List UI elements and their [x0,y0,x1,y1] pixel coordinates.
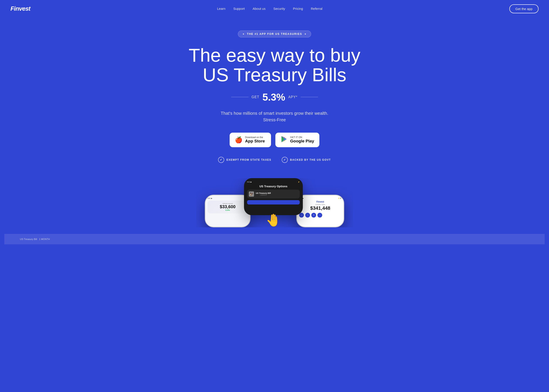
left-phone-status: 9:41 ▶ [208,197,212,199]
appstore-button[interactable]: 🍎 Download on the App Store [230,133,271,147]
hero-subtitle: That's how millions of smart investors g… [220,110,329,123]
ticker-label-text: US Treasury Bill [20,238,37,240]
app-buttons: 🍎 Download on the App Store GET IT ON Go… [230,133,319,147]
hero-badge: ✦ THE #1 APP FOR US TREASURIES ✦ [238,30,311,37]
nav-security[interactable]: Security [273,7,285,10]
nav-support[interactable]: Support [233,7,245,10]
left-phone-amount: $33,600 [210,204,246,209]
googleplay-icon [281,136,288,144]
googleplay-top-text: GET IT ON [290,136,314,139]
center-phone-title: US Treasury Options [247,185,300,188]
apple-icon: 🍎 [235,136,242,144]
phone-right: 9:41 ▶ ⚡32 Finvest Portfolio Value $341,… [296,195,344,227]
taxes-check-icon: ✓ [218,157,224,163]
right-phone-label: Portfolio Value [299,204,341,205]
nav-pricing[interactable]: Pricing [293,7,303,10]
googleplay-main-text: Google Play [290,139,314,144]
apy-line-right [301,97,318,97]
navbar: Finvest Learn Support About us Security … [0,0,549,17]
diamond-right-icon: ✦ [304,33,307,35]
nav-learn[interactable]: Learn [217,7,225,10]
center-cta-bar [247,200,300,204]
govt-shield-icon: ✓ [282,157,288,163]
left-phone-percent: 5.4% [210,209,246,211]
trust-badges: ✓ EXEMPT FROM STATE TAXES ✓ BACKED BY TH… [218,157,331,163]
apy-suffix: APY* [288,95,297,99]
get-app-button[interactable]: Get the app [509,4,539,13]
apy-line-left [231,97,249,97]
ticker-bar: US Treasury Bill 1 MONTH [4,234,545,244]
action-btn-4[interactable]: ⋯ [317,213,322,217]
action-btn-2[interactable]: ↑ [305,213,310,217]
center-item-name: US Treasury Bill [256,192,271,194]
phone-left: 9:41 ▶ ⚡32 Interest earned $33,600 5.4% [205,195,251,227]
nav-about[interactable]: About us [253,7,265,10]
right-phone-amount: $341,448 [299,205,341,211]
appstore-top-text: Download on the [245,136,265,139]
googleplay-button[interactable]: GET IT ON Google Play [275,133,319,147]
apy-prefix: GET [252,95,260,99]
trust-govt: ✓ BACKED BY THE US GOVT [282,157,331,163]
trust-taxes: ✓ EXEMPT FROM STATE TAXES [218,157,271,163]
left-phone-label: Interest earned [210,203,246,204]
hero-title: The easy way to buy US Treasury Bills [189,45,360,85]
right-phone-logo: Finvest [299,201,341,203]
diamond-left-icon: ✦ [242,33,245,35]
hand-icon: 🤚 [244,213,303,227]
action-btn-3[interactable]: + [311,213,316,217]
center-item-sub: 1 MONTH [256,194,271,196]
apy-row: GET 5.3% APY* [231,91,318,103]
brand-logo[interactable]: Finvest [10,5,30,12]
nav-referral[interactable]: Referral [311,7,323,10]
appstore-main-text: App Store [245,139,265,144]
hero-section: ✦ THE #1 APP FOR US TREASURIES ✦ The eas… [0,17,549,244]
apy-value: 5.3% [262,91,285,103]
center-phone-status: 9:41 ▶ [247,181,252,183]
ticker-item-1: US Treasury Bill 1 MONTH [13,238,57,240]
phones-section: 9:41 ▶ ⚡32 Interest earned $33,600 5.4% … [196,178,353,227]
phone-center: 9:41 ▶ ⚡ US Treasury Options 🦅 US Treasu… [244,178,303,227]
nav-links: Learn Support About us Security Pricing … [217,7,323,11]
seal-icon: 🦅 [249,191,254,197]
ticker-period: 1 MONTH [39,238,50,240]
